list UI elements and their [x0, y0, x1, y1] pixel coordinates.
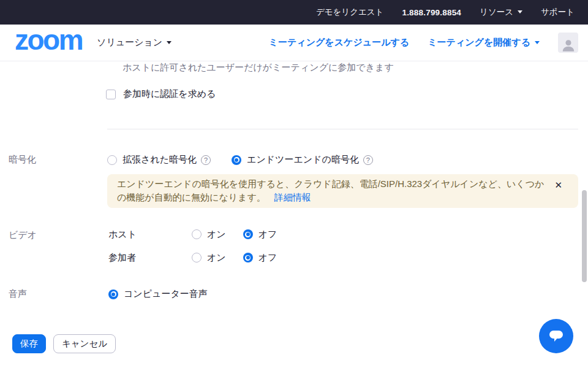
phone-number-link[interactable]: 1.888.799.8854 — [402, 8, 461, 17]
video-section-label: ビデオ — [9, 229, 37, 241]
host-meeting-label: ミーティングを開催する — [428, 37, 530, 47]
cancel-button[interactable]: キャンセル — [53, 334, 116, 353]
require-auth-label: 参加時に認証を求める — [123, 88, 216, 100]
computer-audio-radio[interactable] — [108, 289, 118, 299]
schedule-meeting-link[interactable]: ミーティングをスケジュールする — [269, 37, 410, 48]
encryption-section-label: 暗号化 — [9, 154, 36, 166]
solutions-menu[interactable]: ソリューション — [97, 37, 172, 48]
section-divider — [107, 129, 578, 129]
e2e-encryption-label: エンドツーエンドの暗号化 — [247, 154, 359, 166]
chevron-down-icon — [535, 41, 540, 44]
e2e-encryption-option: エンドツーエンドの暗号化 ? — [232, 154, 373, 166]
enhanced-encryption-radio[interactable] — [107, 155, 117, 165]
vertical-scrollbar[interactable] — [582, 190, 587, 282]
host-video-on-label: オン — [207, 229, 226, 240]
e2e-warning-banner: エンドツーエンドの暗号化を使用すると、クラウド記録、電話/SIP/H.323ダイ… — [107, 174, 578, 208]
resources-menu[interactable]: リソース — [480, 7, 522, 18]
header-actions: ミーティングをスケジュールする ミーティングを開催する — [269, 33, 588, 53]
help-icon[interactable]: ? — [201, 155, 211, 165]
learn-more-link[interactable]: 詳細情報 — [274, 192, 311, 202]
participant-video-off-radio[interactable] — [243, 253, 253, 263]
enhanced-encryption-option: 拡張された暗号化 ? — [107, 154, 211, 166]
help-icon[interactable]: ? — [363, 155, 373, 165]
host-video-on-radio[interactable] — [192, 229, 202, 239]
user-icon — [560, 37, 576, 53]
main-header: zoom ソリューション ミーティングをスケジュールする ミーティングを開催する — [0, 25, 588, 61]
chat-bubble-button[interactable] — [539, 319, 573, 353]
host-meeting-menu[interactable]: ミーティングを開催する — [428, 37, 540, 48]
avatar[interactable] — [558, 33, 578, 53]
participant-video-on-label: オン — [207, 252, 226, 264]
video-participant-row: 参加者 オン オフ — [108, 246, 277, 269]
close-icon[interactable]: ✕ — [554, 180, 562, 190]
e2e-encryption-radio[interactable] — [232, 155, 241, 165]
video-rows: ホスト オン オフ 参加者 オン オフ — [108, 223, 277, 269]
encryption-options: 拡張された暗号化 ? エンドツーエンドの暗号化 ? — [107, 154, 373, 166]
zoom-meeting-settings-page: デモをリクエスト 1.888.799.8854 リソース サポート zoom ソ… — [0, 0, 588, 368]
save-button[interactable]: 保存 — [12, 334, 46, 353]
chevron-down-icon — [518, 10, 522, 13]
require-auth-row: 参加時に認証を求める — [106, 88, 216, 100]
speech-bubble-icon — [549, 330, 564, 343]
e2e-warning-text: エンドツーエンドの暗号化を使用すると、クラウド記録、電話/SIP/H.323ダイ… — [117, 178, 544, 202]
host-video-off-radio[interactable] — [243, 229, 253, 239]
chevron-down-icon — [167, 41, 172, 44]
waiting-room-note: ホストに許可されたユーザーだけがミーティングに参加できます — [123, 62, 394, 74]
solutions-label: ソリューション — [97, 37, 162, 47]
resources-label: リソース — [480, 7, 513, 17]
video-host-row: ホスト オン オフ — [108, 223, 277, 246]
computer-audio-label: コンピューター音声 — [124, 288, 208, 300]
request-demo-link[interactable]: デモをリクエスト — [316, 7, 384, 18]
audio-section-label: 音声 — [9, 288, 27, 300]
support-link[interactable]: サポート — [541, 7, 575, 18]
video-participant-label: 参加者 — [108, 252, 192, 264]
topbar: デモをリクエスト 1.888.799.8854 リソース サポート — [0, 0, 588, 25]
participant-video-off-label: オフ — [258, 252, 277, 264]
enhanced-encryption-label: 拡張された暗号化 — [123, 154, 197, 166]
require-auth-checkbox[interactable] — [106, 90, 116, 99]
video-host-label: ホスト — [108, 229, 192, 240]
audio-option-row: コンピューター音声 — [108, 288, 208, 300]
participant-video-on-radio[interactable] — [192, 253, 202, 263]
host-video-off-label: オフ — [258, 229, 277, 240]
zoom-logo[interactable]: zoom — [15, 28, 82, 58]
